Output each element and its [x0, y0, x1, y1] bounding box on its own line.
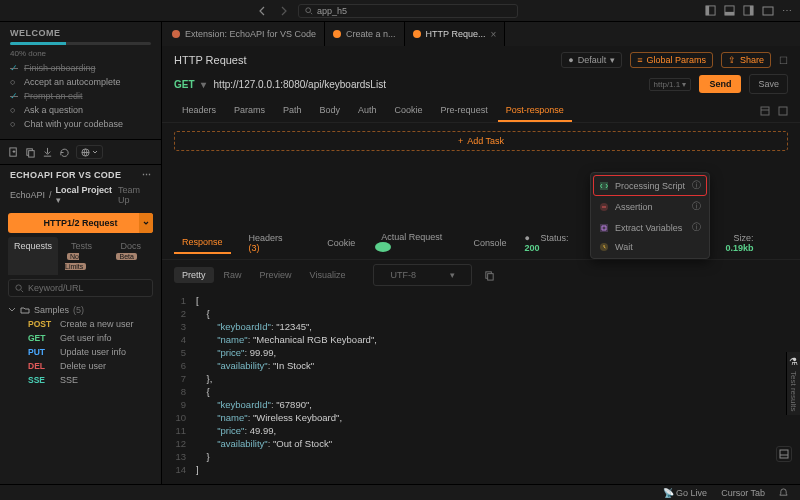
bell-icon[interactable] [779, 488, 788, 497]
tab-body[interactable]: Body [312, 100, 349, 122]
response-body[interactable]: 1[2 {3 "keyboardId": "12345",4 "name": "… [162, 290, 800, 480]
command-center-text: app_h5 [317, 6, 347, 16]
close-icon[interactable]: × [490, 29, 496, 40]
tab-tests[interactable]: Tests No Limits [59, 237, 107, 275]
new-request-button[interactable]: HTTP1/2 Request [8, 213, 153, 233]
welcome-item[interactable]: ○Ask a question [10, 103, 151, 117]
add-task-button[interactable]: + Add Task [174, 131, 788, 151]
copy-icon[interactable] [25, 147, 36, 158]
svg-rect-14 [779, 107, 787, 115]
bookmark-icon[interactable]: ☐ [779, 55, 788, 66]
left-panel: WELCOME 40% done ✓Finish onboarding ○Acc… [0, 22, 162, 484]
svg-rect-20 [488, 273, 494, 279]
explorer-search[interactable]: Keyword/URL [8, 279, 153, 297]
copy-icon[interactable] [484, 270, 495, 281]
statusbar-golive[interactable]: 📡 Go Live [663, 488, 708, 498]
help-icon[interactable]: ⓘ [692, 179, 701, 192]
svg-rect-13 [761, 107, 769, 115]
tab-console[interactable]: Console [465, 233, 514, 253]
expand-icon[interactable] [778, 106, 788, 116]
list-item[interactable]: GETGet user info [6, 331, 155, 345]
extract-icon [599, 223, 609, 233]
customize-layout-icon[interactable] [762, 6, 774, 16]
explorer-iconbar [0, 140, 161, 165]
list-item[interactable]: SSESSE [6, 373, 155, 387]
view-visualize[interactable]: Visualize [302, 267, 354, 283]
tab-path[interactable]: Path [275, 100, 310, 122]
new-request-dropdown[interactable] [139, 213, 153, 233]
menu-assertion[interactable]: Assertionⓘ [593, 196, 707, 217]
welcome-item[interactable]: ✓Prompt an edit [10, 89, 151, 103]
tab-post-response[interactable]: Post-response [498, 100, 572, 122]
help-icon[interactable]: ⓘ [692, 221, 701, 234]
view-raw[interactable]: Raw [216, 267, 250, 283]
menu-extract-variables[interactable]: Extract Variablesⓘ [593, 217, 707, 238]
env-dropdown[interactable] [76, 145, 103, 159]
tab-resp-headers[interactable]: Headers (3) [233, 228, 318, 258]
team-up-link[interactable]: Team Up [118, 185, 151, 205]
save-button[interactable]: Save [749, 74, 788, 94]
list-item[interactable]: PUTUpdate user info [6, 345, 155, 359]
more-icon[interactable]: ⋯ [142, 170, 151, 180]
titlebar: app_h5 ⋯ [0, 0, 800, 22]
more-icon[interactable]: ⋯ [782, 5, 792, 16]
menu-wait[interactable]: Wait [593, 238, 707, 256]
help-icon[interactable]: ⓘ [692, 200, 701, 213]
editor-tab[interactable]: Extension: EchoAPI for VS Code [164, 22, 325, 46]
layout-panel-icon[interactable] [724, 5, 735, 16]
encoding-select[interactable]: UTF-8▾ [373, 264, 472, 286]
view-pretty[interactable]: Pretty [174, 267, 214, 283]
crumb-project[interactable]: Local Project ▾ [56, 185, 115, 205]
list-item[interactable]: POSTCreate a new user [6, 317, 155, 331]
layout-icon [779, 449, 789, 459]
post-response-menu: Processing Scriptⓘ Assertionⓘ Extract Va… [590, 172, 710, 259]
tab-response[interactable]: Response [174, 232, 231, 254]
tab-resp-cookie[interactable]: Cookie [319, 233, 363, 253]
tab-cookie[interactable]: Cookie [387, 100, 431, 122]
tab-params[interactable]: Params [226, 100, 273, 122]
menu-processing-script[interactable]: Processing Scriptⓘ [593, 175, 707, 196]
global-params-button[interactable]: ≡ Global Params [630, 52, 713, 68]
request-title: HTTP Request [174, 54, 247, 66]
nav-back-icon[interactable] [258, 6, 268, 16]
welcome-item[interactable]: ○Accept an autocomplete [10, 75, 151, 89]
view-preview[interactable]: Preview [252, 267, 300, 283]
layout-secondary-side-icon[interactable] [743, 5, 754, 16]
crumb-app[interactable]: EchoAPI [10, 190, 45, 200]
method-select[interactable]: GET▾ [174, 79, 206, 90]
tab-auth[interactable]: Auth [350, 100, 385, 122]
tab-actual-request[interactable]: Actual Request [365, 227, 463, 259]
welcome-title: WELCOME [10, 28, 151, 38]
editor-tab[interactable]: HTTP Reque...× [405, 22, 506, 46]
tab-docs[interactable]: Docs Beta [108, 237, 153, 275]
side-dock[interactable]: ⚗ Test results [786, 352, 800, 415]
layout-primary-side-icon[interactable] [705, 5, 716, 16]
layout-toggle-button[interactable] [776, 446, 792, 462]
nav-forward-icon[interactable] [278, 6, 288, 16]
search-icon [15, 284, 24, 293]
default-env-dropdown[interactable]: ● Default ▾ [561, 52, 622, 68]
recycle-icon[interactable] [59, 147, 70, 158]
command-center[interactable]: app_h5 [298, 4, 518, 18]
tab-pre-request[interactable]: Pre-request [433, 100, 496, 122]
chevron-down-icon [92, 149, 98, 155]
proto-select[interactable]: http/1.1 ▾ [649, 78, 692, 91]
url-input[interactable]: http://127.0.0.1:8080/api/keyboardsList [214, 79, 641, 90]
welcome-item[interactable]: ✓Finish onboarding [10, 61, 151, 75]
welcome-item[interactable]: ○Chat with your codebase [10, 117, 151, 131]
tab-requests[interactable]: Requests [8, 237, 58, 275]
statusbar-cursor-tab[interactable]: Cursor Tab [721, 488, 765, 498]
list-item[interactable]: DELDelete user [6, 359, 155, 373]
code-icon [599, 181, 609, 191]
send-button[interactable]: Send [699, 75, 741, 93]
folder-row[interactable]: Samples (5) [6, 303, 155, 317]
new-file-icon[interactable] [8, 147, 19, 158]
collapse-icon[interactable] [760, 106, 770, 116]
tab-headers[interactable]: Headers [174, 100, 224, 122]
welcome-section: WELCOME 40% done ✓Finish onboarding ○Acc… [0, 22, 161, 140]
import-icon[interactable] [42, 147, 53, 158]
editor-tab[interactable]: Create a n... [325, 22, 405, 46]
api-icon [333, 30, 341, 38]
share-button[interactable]: ⇪ Share [721, 52, 771, 68]
api-icon [413, 30, 421, 38]
